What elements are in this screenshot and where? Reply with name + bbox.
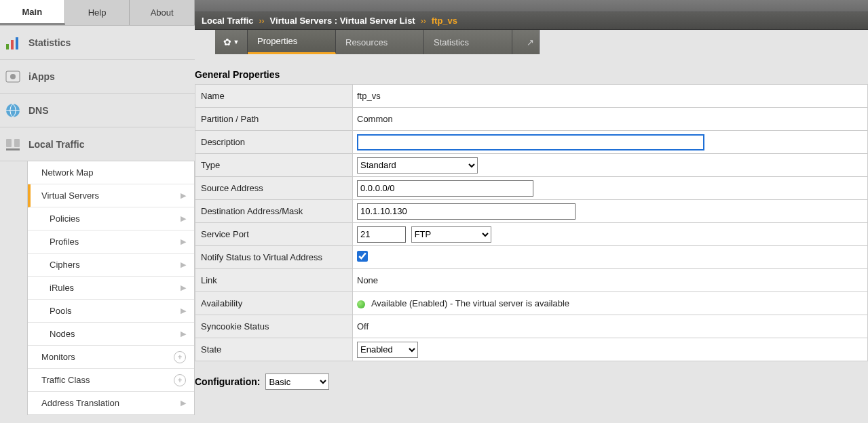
main-panel: Local Traffic ›› Virtual Servers : Virtu… bbox=[195, 0, 868, 423]
tab-resources[interactable]: Resources bbox=[336, 30, 424, 54]
properties-table: Name ftp_vs Partition / Path Common Desc… bbox=[195, 84, 868, 361]
breadcrumb-virtual-servers[interactable]: Virtual Servers : Virtual Server List bbox=[270, 16, 415, 26]
tab-statistics[interactable]: Statistics bbox=[424, 30, 512, 54]
subnav-irules-label: iRules bbox=[50, 283, 74, 293]
row-notify-label: Notify Status to Virtual Address bbox=[195, 246, 353, 269]
chart-icon bbox=[4, 34, 22, 52]
configuration-select[interactable]: Basic bbox=[265, 374, 329, 390]
plus-icon[interactable]: + bbox=[174, 351, 186, 363]
chevron-right-icon: ▶ bbox=[181, 260, 186, 269]
row-description-label: Description bbox=[195, 131, 353, 154]
row-name-label: Name bbox=[195, 85, 353, 108]
subnav-traffic-class[interactable]: Traffic Class + bbox=[28, 369, 194, 392]
subnav-address-translation-label: Address Translation bbox=[41, 398, 119, 408]
gear-icon: ✿ bbox=[223, 37, 231, 47]
svg-rect-1 bbox=[11, 40, 14, 49]
subnav-policies-label: Policies bbox=[50, 214, 80, 224]
nav-dns-label: DNS bbox=[29, 105, 49, 116]
globe-icon bbox=[4, 102, 22, 119]
row-dest-label: Destination Address/Mask bbox=[195, 200, 353, 223]
section-general-properties: General Properties bbox=[195, 69, 868, 80]
tab-properties[interactable]: Properties bbox=[248, 30, 336, 54]
row-state-label: State bbox=[195, 338, 353, 361]
chevron-right-icon: ▶ bbox=[181, 237, 186, 246]
subnav-pools[interactable]: Pools ▶ bbox=[28, 300, 194, 323]
nav-statistics[interactable]: Statistics bbox=[0, 26, 195, 60]
state-select[interactable]: Enabled bbox=[357, 342, 418, 358]
top-bar bbox=[195, 0, 868, 12]
servers-icon bbox=[4, 136, 22, 153]
description-input[interactable] bbox=[357, 134, 704, 150]
nav-statistics-label: Statistics bbox=[29, 37, 71, 48]
sub-tabs: ✿ ▼ Properties Resources Statistics ↗ bbox=[195, 30, 868, 54]
status-available-icon bbox=[357, 300, 365, 308]
tab-help[interactable]: Help bbox=[65, 0, 130, 25]
subnav-policies[interactable]: Policies ▶ bbox=[28, 207, 194, 230]
sidebar: Main Help About Statistics iApps DNS bbox=[0, 0, 195, 423]
subnav-virtual-servers-label: Virtual Servers bbox=[41, 190, 99, 201]
subnav-monitors[interactable]: Monitors + bbox=[28, 346, 194, 369]
chevron-right-icon: ▶ bbox=[181, 399, 186, 407]
svg-rect-6 bbox=[6, 139, 12, 147]
subnav-local-traffic: Network Map Virtual Servers ▶ Policies ▶… bbox=[27, 161, 195, 415]
row-availability-value: Available (Enabled) - The virtual server… bbox=[371, 298, 569, 308]
service-port-select[interactable]: FTP bbox=[411, 226, 491, 243]
svg-rect-0 bbox=[6, 44, 9, 49]
subnav-profiles[interactable]: Profiles ▶ bbox=[28, 230, 194, 254]
row-partition-value: Common bbox=[353, 108, 868, 131]
nav-local-traffic-label: Local Traffic bbox=[29, 139, 84, 150]
breadcrumb-local-traffic[interactable]: Local Traffic bbox=[202, 16, 254, 26]
subnav-network-map-label: Network Map bbox=[41, 167, 94, 178]
subnav-network-map[interactable]: Network Map bbox=[28, 161, 194, 184]
subnav-irules[interactable]: iRules ▶ bbox=[28, 277, 194, 300]
chevron-right-icon: ▶ bbox=[181, 191, 186, 200]
row-source-label: Source Address bbox=[195, 177, 353, 200]
subnav-virtual-servers[interactable]: Virtual Servers ▶ bbox=[28, 184, 194, 207]
subnav-traffic-class-label: Traffic Class bbox=[41, 375, 90, 385]
dest-address-input[interactable] bbox=[357, 203, 575, 220]
subnav-nodes[interactable]: Nodes ▶ bbox=[28, 323, 194, 346]
popout-button[interactable]: ↗ bbox=[512, 30, 540, 54]
svg-rect-2 bbox=[16, 37, 18, 49]
nav-local-traffic[interactable]: Local Traffic bbox=[0, 127, 195, 161]
chevron-right-icon: ▶ bbox=[181, 283, 186, 292]
row-syncookie-label: Syncookie Status bbox=[195, 315, 353, 338]
row-syncookie-value: Off bbox=[353, 315, 868, 338]
notify-checkbox[interactable] bbox=[357, 251, 368, 262]
breadcrumb-sep-icon: ›› bbox=[421, 16, 426, 26]
subnav-profiles-label: Profiles bbox=[50, 237, 79, 247]
chevron-down-icon: ▼ bbox=[233, 39, 240, 45]
type-select[interactable]: Standard bbox=[357, 157, 478, 174]
subnav-pools-label: Pools bbox=[50, 306, 72, 316]
breadcrumb: Local Traffic ›› Virtual Servers : Virtu… bbox=[195, 12, 868, 30]
popout-icon: ↗ bbox=[527, 37, 534, 47]
breadcrumb-current: ftp_vs bbox=[432, 16, 457, 26]
nav-dns[interactable]: DNS bbox=[0, 94, 195, 127]
row-name-value: ftp_vs bbox=[353, 85, 868, 108]
section-configuration: Configuration: bbox=[195, 376, 260, 387]
row-link-label: Link bbox=[195, 269, 353, 292]
gear-menu[interactable]: ✿ ▼ bbox=[215, 30, 248, 54]
svg-rect-7 bbox=[14, 139, 20, 147]
row-availability-label: Availability bbox=[195, 292, 353, 315]
breadcrumb-sep-icon: ›› bbox=[259, 16, 265, 26]
subnav-monitors-label: Monitors bbox=[41, 352, 75, 362]
source-address-input[interactable] bbox=[357, 180, 533, 197]
plus-icon[interactable]: + bbox=[174, 374, 186, 386]
top-tabs: Main Help About bbox=[0, 0, 195, 26]
nav-iapps[interactable]: iApps bbox=[0, 60, 195, 94]
tab-about[interactable]: About bbox=[130, 0, 195, 25]
chevron-right-icon: ▶ bbox=[181, 329, 186, 338]
chevron-right-icon: ▶ bbox=[181, 214, 186, 223]
subnav-ciphers-label: Ciphers bbox=[50, 260, 80, 270]
svg-point-4 bbox=[10, 74, 16, 79]
tab-main[interactable]: Main bbox=[0, 0, 65, 25]
row-type-label: Type bbox=[195, 154, 353, 177]
subnav-nodes-label: Nodes bbox=[50, 329, 75, 339]
subnav-address-translation[interactable]: Address Translation ▶ bbox=[28, 392, 194, 415]
gear-grid-icon bbox=[4, 68, 22, 85]
nav-iapps-label: iApps bbox=[29, 71, 55, 82]
row-port-label: Service Port bbox=[195, 223, 353, 246]
service-port-input[interactable] bbox=[357, 226, 406, 243]
subnav-ciphers[interactable]: Ciphers ▶ bbox=[28, 254, 194, 277]
